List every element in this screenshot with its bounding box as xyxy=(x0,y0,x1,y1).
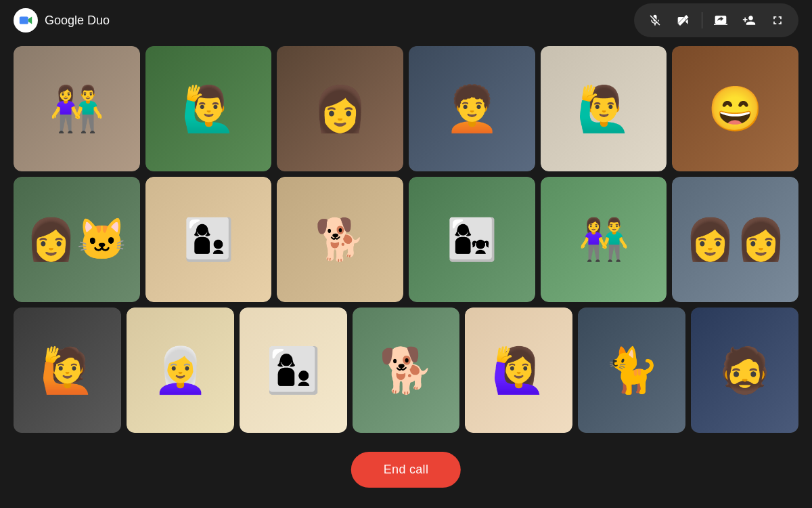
participant-tile-10[interactable]: 👩‍👧 xyxy=(409,177,535,302)
participant-tile-18[interactable]: 🐈 xyxy=(578,308,685,433)
participant-tile-6[interactable]: 😄 xyxy=(672,46,798,171)
mute-button[interactable] xyxy=(642,7,668,33)
end-call-container: End call xyxy=(351,452,461,488)
fullscreen-button[interactable] xyxy=(765,7,790,33)
participant-tile-12[interactable]: 👩👩 xyxy=(672,177,798,302)
add-person-button[interactable] xyxy=(736,7,762,33)
participant-tile-4[interactable]: 🧑‍🦱 xyxy=(409,46,535,171)
camera-button[interactable] xyxy=(671,7,696,33)
video-row-2: 👩🐱 👩‍👦 🐕 👩‍👧 xyxy=(14,177,798,302)
logo: Google Duo xyxy=(14,8,110,33)
video-row-1: 👫 🙋‍♂️ 👩 🧑‍🦱 xyxy=(14,46,798,171)
video-grid: 👫 🙋‍♂️ 👩 🧑‍🦱 xyxy=(0,41,812,438)
participant-tile-14[interactable]: 👩‍🦳 xyxy=(127,308,234,433)
participant-tile-15[interactable]: 👩‍👦 xyxy=(240,308,347,433)
header: Google Duo xyxy=(0,0,812,41)
participant-tile-9[interactable]: 🐕 xyxy=(277,177,403,302)
toolbar xyxy=(634,3,798,37)
participant-tile-7[interactable]: 👩🐱 xyxy=(14,177,140,302)
participant-tile-8[interactable]: 👩‍👦 xyxy=(145,177,272,302)
video-row-3: 🙋 👩‍🦳 👩‍👦 🐕 xyxy=(14,308,798,433)
svg-rect-0 xyxy=(20,17,28,24)
participant-tile-11[interactable]: 👫 xyxy=(541,177,667,302)
logo-icon xyxy=(14,8,38,33)
participant-tile-5[interactable]: 🙋‍♂️ xyxy=(541,46,667,171)
screen-share-button[interactable] xyxy=(708,7,734,33)
app-name: Google Duo xyxy=(45,14,110,28)
participant-tile-2[interactable]: 🙋‍♂️ xyxy=(145,46,272,171)
participant-tile-16[interactable]: 🐕 xyxy=(353,308,460,433)
participant-tile-19[interactable]: 🧔 xyxy=(691,308,798,433)
participant-tile-13[interactable]: 🙋 xyxy=(14,308,121,433)
separator-1 xyxy=(702,12,702,28)
end-call-button[interactable]: End call xyxy=(351,452,461,488)
participant-tile-17[interactable]: 🙋‍♀️ xyxy=(465,308,572,433)
participant-tile-1[interactable]: 👫 xyxy=(14,46,140,171)
participant-tile-3[interactable]: 👩 xyxy=(277,46,403,171)
